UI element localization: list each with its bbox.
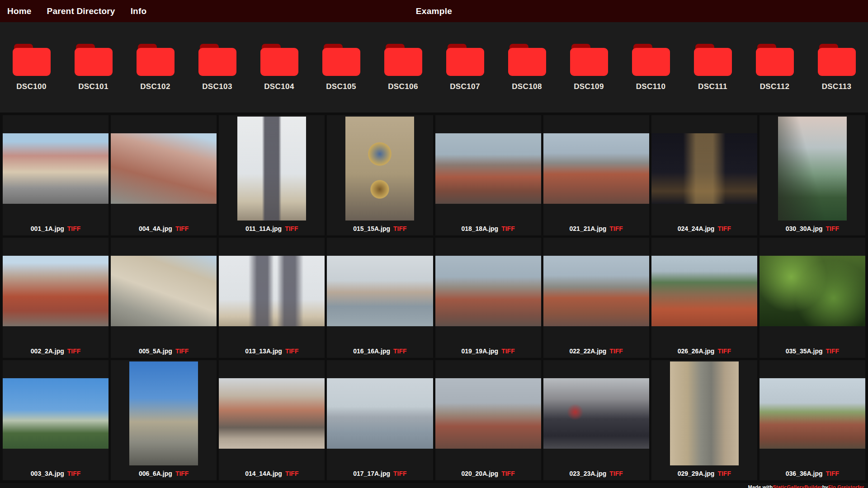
tiff-link[interactable]: TIFF <box>609 347 623 355</box>
folder-item-dsc113[interactable]: DSC113 <box>806 44 868 91</box>
image-filename-link[interactable]: 023_23A.jpg <box>570 470 607 477</box>
thumbnail-image[interactable] <box>778 117 847 221</box>
thumbnail-image[interactable] <box>3 378 108 449</box>
folder-label: DSC105 <box>326 82 356 91</box>
nav-link-info[interactable]: Info <box>131 6 147 16</box>
thumbnail-cell: 001_1A.jpg TIFF <box>3 115 108 235</box>
tiff-link[interactable]: TIFF <box>393 347 407 355</box>
tiff-link[interactable]: TIFF <box>501 225 515 232</box>
tiff-link[interactable]: TIFF <box>826 347 840 355</box>
image-filename-link[interactable]: 020_20A.jpg <box>461 470 498 477</box>
thumbnail-image[interactable] <box>327 256 433 326</box>
thumbnail-image[interactable] <box>651 133 757 204</box>
tiff-link[interactable]: TIFF <box>285 470 299 477</box>
folder-item-dsc106[interactable]: DSC106 <box>372 44 434 91</box>
folder-item-dsc112[interactable]: DSC112 <box>744 44 806 91</box>
image-filename-link[interactable]: 017_17A.jpg <box>353 470 390 477</box>
image-filename-link[interactable]: 029_29A.jpg <box>678 470 715 477</box>
nav-link-home[interactable]: Home <box>7 6 32 16</box>
tiff-link[interactable]: TIFF <box>67 470 81 477</box>
thumbnail-caption: 023_23A.jpg TIFF <box>543 467 649 480</box>
image-filename-link[interactable]: 016_16A.jpg <box>353 347 390 355</box>
folder-item-dsc104[interactable]: DSC104 <box>248 44 310 91</box>
thumbnail-cell: 005_5A.jpg TIFF <box>111 238 217 358</box>
thumbnail-image[interactable] <box>670 361 739 465</box>
footer-author-link[interactable]: Flo Greistorfer. <box>828 484 865 488</box>
thumbnail-image[interactable] <box>543 256 649 326</box>
image-filename-link[interactable]: 021_21A.jpg <box>570 225 607 232</box>
thumbnail-image[interactable] <box>111 133 217 204</box>
image-filename-link[interactable]: 014_14A.jpg <box>245 470 282 477</box>
image-filename-link[interactable]: 003_3A.jpg <box>31 470 64 477</box>
thumbnail-image[interactable] <box>3 133 108 204</box>
image-filename-link[interactable]: 036_36A.jpg <box>786 470 823 477</box>
tiff-link[interactable]: TIFF <box>717 347 731 355</box>
tiff-link[interactable]: TIFF <box>67 347 81 355</box>
folder-item-dsc101[interactable]: DSC101 <box>62 44 124 91</box>
thumbnail-image[interactable] <box>345 117 414 221</box>
thumbnail-caption: 011_11A.jpg TIFF <box>219 222 325 235</box>
tiff-link[interactable]: TIFF <box>501 347 515 355</box>
image-filename-link[interactable]: 018_18A.jpg <box>461 225 498 232</box>
folder-item-dsc107[interactable]: DSC107 <box>434 44 496 91</box>
image-filename-link[interactable]: 001_1A.jpg <box>31 225 64 232</box>
folder-icon-body <box>632 48 670 76</box>
thumbnail-image[interactable] <box>543 133 649 204</box>
image-filename-link[interactable]: 022_22A.jpg <box>570 347 607 355</box>
thumbnail-image[interactable] <box>543 378 649 449</box>
tiff-link[interactable]: TIFF <box>67 225 81 232</box>
tiff-link[interactable]: TIFF <box>393 225 407 232</box>
image-filename-link[interactable]: 013_13A.jpg <box>245 347 282 355</box>
tiff-link[interactable]: TIFF <box>175 470 189 477</box>
folder-icon-body <box>694 48 732 76</box>
thumbnail-photo-area <box>543 238 649 344</box>
folder-item-dsc103[interactable]: DSC103 <box>186 44 248 91</box>
folder-item-dsc111[interactable]: DSC111 <box>682 44 744 91</box>
thumbnail-image[interactable] <box>237 117 306 221</box>
image-filename-link[interactable]: 019_19A.jpg <box>461 347 498 355</box>
thumbnail-image[interactable] <box>435 256 541 326</box>
tiff-link[interactable]: TIFF <box>826 225 840 232</box>
image-filename-link[interactable]: 024_24A.jpg <box>678 225 715 232</box>
thumbnail-image[interactable] <box>760 378 865 449</box>
folder-item-dsc108[interactable]: DSC108 <box>496 44 558 91</box>
image-filename-link[interactable]: 026_26A.jpg <box>678 347 715 355</box>
tiff-link[interactable]: TIFF <box>175 225 189 232</box>
thumbnail-image[interactable] <box>651 256 757 326</box>
tiff-link[interactable]: TIFF <box>717 470 731 477</box>
folder-item-dsc105[interactable]: DSC105 <box>310 44 372 91</box>
tiff-link[interactable]: TIFF <box>393 470 407 477</box>
folder-item-dsc110[interactable]: DSC110 <box>620 44 682 91</box>
thumbnail-image[interactable] <box>219 256 325 326</box>
tiff-link[interactable]: TIFF <box>175 347 189 355</box>
image-filename-link[interactable]: 035_35A.jpg <box>786 347 823 355</box>
thumbnail-image[interactable] <box>760 256 865 326</box>
image-filename-link[interactable]: 015_15A.jpg <box>353 225 390 232</box>
main-nav: Home Parent Directory Info <box>7 6 146 16</box>
folder-item-dsc109[interactable]: DSC109 <box>558 44 620 91</box>
thumbnail-image[interactable] <box>435 378 541 449</box>
thumbnail-image[interactable] <box>219 378 325 449</box>
tiff-link[interactable]: TIFF <box>501 470 515 477</box>
folder-item-dsc102[interactable]: DSC102 <box>124 44 186 91</box>
tiff-link[interactable]: TIFF <box>609 225 623 232</box>
folder-item-dsc100[interactable]: DSC100 <box>0 44 62 91</box>
tiff-link[interactable]: TIFF <box>717 225 731 232</box>
thumbnail-image[interactable] <box>3 256 108 326</box>
image-filename-link[interactable]: 004_4A.jpg <box>139 225 172 232</box>
image-filename-link[interactable]: 011_11A.jpg <box>245 225 282 232</box>
tiff-link[interactable]: TIFF <box>826 470 840 477</box>
thumbnail-image[interactable] <box>435 133 541 204</box>
tiff-link[interactable]: TIFF <box>285 225 298 232</box>
thumbnail-image[interactable] <box>327 378 433 449</box>
tiff-link[interactable]: TIFF <box>285 347 299 355</box>
thumbnail-image[interactable] <box>129 361 198 465</box>
image-filename-link[interactable]: 005_5A.jpg <box>139 347 172 355</box>
footer-builder-link[interactable]: StaticGalleryBuilder <box>773 484 822 488</box>
tiff-link[interactable]: TIFF <box>609 470 623 477</box>
thumbnail-image[interactable] <box>111 256 217 326</box>
nav-link-parent-directory[interactable]: Parent Directory <box>47 6 115 16</box>
image-filename-link[interactable]: 030_30A.jpg <box>786 225 823 232</box>
image-filename-link[interactable]: 002_2A.jpg <box>31 347 64 355</box>
image-filename-link[interactable]: 006_6A.jpg <box>139 470 172 477</box>
